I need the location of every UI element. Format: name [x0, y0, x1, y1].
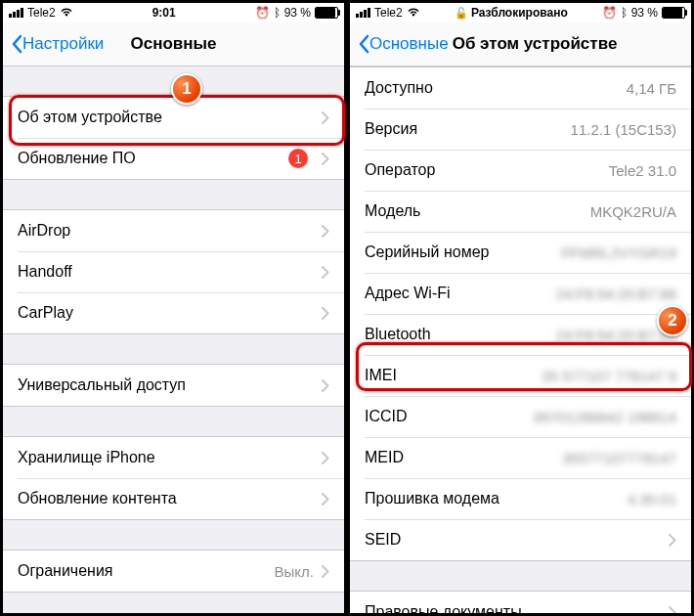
chevron-left-icon — [358, 34, 369, 54]
wifi-icon — [60, 8, 73, 18]
row-available: Доступно 4,14 ГБ — [350, 67, 691, 109]
row-value: 4,14 ГБ — [627, 80, 676, 97]
row-value: 35577107778147 — [562, 450, 676, 466]
row-label: Версия — [365, 120, 571, 138]
lock-status-label: Разблокировано — [471, 6, 568, 20]
signal-bars-icon — [356, 8, 370, 18]
row-label: Модель — [365, 202, 590, 220]
row-value: 89701286642 198614 — [534, 409, 676, 425]
row-label: Хранилище iPhone — [18, 449, 314, 466]
row-value: 35 577107 778147 9 — [542, 368, 676, 384]
chevron-right-icon — [322, 379, 329, 392]
battery-pct: 93 % — [284, 6, 311, 20]
row-label: Ограничения — [18, 562, 275, 580]
battery-icon — [662, 7, 685, 19]
row-accessibility[interactable]: Универсальный доступ — [3, 365, 344, 406]
row-legal[interactable]: Правовые документы — [350, 592, 691, 613]
chevron-right-icon — [669, 534, 676, 547]
row-imei: IMEI 35 577107 778147 9 — [350, 355, 691, 396]
nav-bar: Основные Об этом устройстве — [350, 22, 691, 66]
row-label: ICCID — [365, 408, 534, 425]
carrier-label: Tele2 — [374, 6, 403, 20]
back-button[interactable]: Настройки — [11, 34, 104, 54]
row-model: Модель MKQK2RU/A — [350, 191, 691, 232]
row-software-update[interactable]: Обновление ПО 1 — [3, 138, 344, 179]
row-serial: Серийный номер FFMRL2VYGR19 — [350, 232, 691, 273]
back-label: Основные — [369, 34, 449, 54]
status-bar: Tele2 9:01 ⏰ ᛒ 93 % — [3, 3, 344, 22]
callout-number-2: 2 — [657, 305, 688, 336]
chevron-right-icon — [322, 266, 329, 279]
callout-number-1: 1 — [171, 73, 202, 105]
row-label: AirDrop — [18, 222, 314, 240]
row-iphone-storage[interactable]: Хранилище iPhone — [3, 437, 344, 478]
bluetooth-icon: ᛒ — [274, 6, 281, 20]
row-value: 11.2.1 (15C153) — [571, 121, 676, 138]
row-label: SEID — [365, 531, 661, 549]
row-about-this-device[interactable]: Об этом устройстве — [3, 97, 344, 138]
row-value: 4.30.01 — [628, 491, 676, 507]
row-version: Версия 11.2.1 (15C153) — [350, 109, 691, 150]
chevron-right-icon — [322, 111, 329, 124]
carrier-label: Tele2 — [27, 6, 56, 20]
row-label: IMEI — [365, 367, 542, 384]
lock-icon: 🔓 — [455, 7, 468, 20]
alarm-icon: ⏰ — [255, 6, 270, 20]
wifi-icon — [407, 8, 420, 18]
row-restrictions[interactable]: Ограничения Выкл. — [3, 550, 344, 592]
alarm-icon: ⏰ — [602, 6, 617, 20]
row-value: Выкл. — [275, 563, 314, 580]
row-meid: MEID 35577107778147 — [350, 437, 691, 478]
row-label: CarPlay — [18, 304, 314, 322]
row-handoff[interactable]: Handoff — [3, 251, 344, 292]
row-label: Универсальный доступ — [18, 376, 314, 394]
battery-pct: 93 % — [631, 6, 658, 20]
about-list[interactable]: Доступно 4,14 ГБ Версия 11.2.1 (15C153) … — [350, 66, 691, 613]
row-value: FFMRL2VYGR19 — [561, 244, 676, 261]
row-label: Обновление ПО — [18, 150, 288, 167]
row-label: Адрес Wi-Fi — [365, 285, 556, 302]
row-label: Bluetooth — [365, 326, 556, 343]
row-label: Оператор — [365, 161, 609, 179]
signal-bars-icon — [9, 8, 23, 18]
page-title: Об этом устройстве — [453, 34, 618, 54]
status-time: 9:01 — [73, 6, 255, 20]
row-carrier: Оператор Tele2 31.0 — [350, 150, 691, 191]
chevron-right-icon — [322, 452, 329, 464]
row-wifi-address: Адрес Wi-Fi 24:F8:94:20:B7:88 — [350, 273, 691, 314]
row-carplay[interactable]: CarPlay — [3, 292, 344, 333]
row-bluetooth-address: Bluetooth 24:F8:94:20:B7:89 — [350, 314, 691, 355]
update-badge: 1 — [288, 149, 308, 168]
row-label: Об этом устройстве — [18, 109, 314, 126]
row-label: Прошивка модема — [365, 490, 628, 507]
status-bar: Tele2 🔓 Разблокировано ⏰ ᛒ 93 % — [350, 3, 691, 22]
row-airdrop[interactable]: AirDrop — [3, 210, 344, 251]
row-value: 24:F8:94:20:B7:88 — [556, 286, 676, 302]
row-value: Tele2 31.0 — [609, 162, 676, 179]
row-label: Handoff — [18, 263, 314, 281]
chevron-right-icon — [322, 307, 329, 320]
chevron-right-icon — [669, 606, 676, 614]
row-iccid: ICCID 89701286642 198614 — [350, 396, 691, 437]
row-label: Обновление контента — [18, 490, 314, 507]
chevron-right-icon — [322, 565, 329, 578]
back-button[interactable]: Основные — [358, 34, 449, 54]
row-label: Доступно — [365, 79, 627, 97]
row-seid[interactable]: SEID — [350, 519, 691, 560]
row-label: MEID — [365, 449, 562, 466]
row-label: Правовые документы — [365, 603, 661, 613]
row-background-refresh[interactable]: Обновление контента — [3, 478, 344, 519]
row-value: MKQK2RU/A — [590, 203, 676, 220]
phone-about-device: Tele2 🔓 Разблокировано ⏰ ᛒ 93 % Основные… — [350, 3, 691, 613]
chevron-right-icon — [322, 153, 329, 165]
bluetooth-icon: ᛒ — [621, 6, 628, 20]
battery-icon — [315, 7, 338, 19]
nav-bar: Настройки Основные — [3, 22, 344, 66]
chevron-right-icon — [322, 493, 329, 506]
chevron-left-icon — [11, 34, 22, 54]
row-modem-firmware: Прошивка модема 4.30.01 — [350, 478, 691, 519]
chevron-right-icon — [322, 225, 329, 238]
settings-list[interactable]: Об этом устройстве Обновление ПО 1 AirDr… — [3, 66, 344, 613]
row-label: Серийный номер — [365, 243, 561, 261]
back-label: Настройки — [22, 34, 104, 54]
